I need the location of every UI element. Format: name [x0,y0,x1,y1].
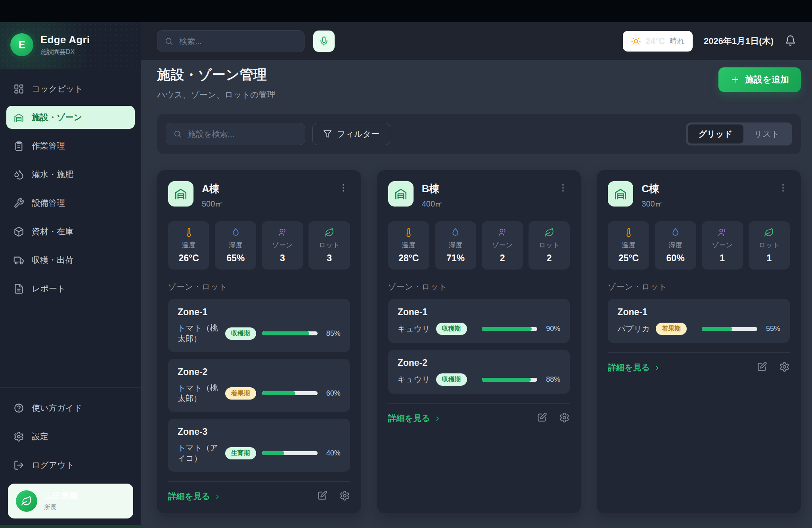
stat-label: 湿度 [229,241,242,250]
details-link-label: 詳細を見る [608,362,650,373]
sidebar-footer-item[interactable]: 設定 [6,425,135,448]
weather-chip[interactable]: 24°C 晴れ [623,31,693,52]
app-shell: E Edge Agri 施設園芸DX コックピット施設・ゾーン作業管理灌水・施肥… [0,22,812,528]
sidebar-item[interactable]: コックピット [6,77,135,100]
sidebar-item[interactable]: レポート [6,277,135,300]
facility-settings-button[interactable] [559,412,570,424]
clipboard-icon [13,141,24,151]
progress-percent: 55% [762,325,780,333]
thermometer-icon [184,228,194,237]
facility-title-block: C棟300㎡ [642,181,663,209]
facility-name: A棟 [202,182,223,196]
facility-stats: 温度26°C湿度65%ゾーン3ロット3 [168,221,350,270]
facility-settings-button[interactable] [779,362,790,373]
zone-detail-row: トマト（アイコ）生育期40% [178,442,341,464]
details-link-label: 詳細を見る [388,413,430,424]
facility-menu-button[interactable] [337,181,350,196]
zone-item[interactable]: Zone-1キュウリ収穫期90% [388,299,570,343]
facility-icon-tile [608,181,633,207]
droplet-icon [231,228,241,237]
growth-stage-badge: 着果期 [656,323,687,335]
stat-tile: 温度25°C [608,221,649,270]
facility-name: B棟 [422,182,443,196]
sidebar-footer-item[interactable]: ログアウト [6,453,135,476]
user-chip[interactable]: 山田農園 所長 [8,484,133,518]
zone-crop: トマト（桃太郎） [178,323,219,344]
page-head: 施設・ゾーン管理 ハウス、ゾーン、ロットの管理 施設を追加 [157,66,801,100]
facility-card: A棟500㎡温度26°C湿度65%ゾーン3ロット3ゾーン・ロットZone-1トマ… [157,170,361,513]
chevron-right-icon [214,493,221,501]
microphone-icon [319,36,329,46]
details-link[interactable]: 詳細を見る [608,362,661,373]
app-name: Edge Agri [40,34,90,46]
facility-settings-button[interactable] [339,490,350,502]
zone-item[interactable]: Zone-1パプリカ着果期55% [608,299,790,343]
growth-stage-badge: 着果期 [225,387,256,400]
facility-menu-button[interactable] [776,181,790,196]
users-icon [278,228,287,237]
zone-item[interactable]: Zone-1トマト（桃太郎）収穫期85% [168,299,350,352]
users-icon [717,228,727,237]
sidebar-footer-nav: 使い方ガイド設定ログアウト [0,387,141,476]
notifications-button[interactable] [785,35,796,48]
progress-percent: 88% [542,375,560,384]
chevron-right-icon [434,415,441,423]
edit-facility-button[interactable] [536,412,547,424]
details-link[interactable]: 詳細を見る [168,491,221,502]
sidebar-item[interactable]: 設備管理 [6,191,135,214]
sidebar-nav: コックピット施設・ゾーン作業管理灌水・施肥設備管理資材・在庫収穫・出荷レポート [0,69,141,300]
sidebar-item[interactable]: 作業管理 [6,134,135,157]
stat-label: ロット [759,241,779,250]
facility-menu-button[interactable] [556,181,570,196]
progress-track [482,378,537,382]
details-link[interactable]: 詳細を見る [388,413,441,424]
chevron-right-icon [653,364,661,372]
sidebar-item[interactable]: 施設・ゾーン [6,106,135,129]
facility-stats: 温度28°C湿度71%ゾーン2ロット2 [388,221,570,270]
facility-toolbar: フィルター グリッド リスト [157,114,801,154]
edit-facility-button[interactable] [317,490,327,502]
users-icon [498,228,508,237]
sidebar-item[interactable]: 灌水・施肥 [6,163,135,186]
sidebar-item-label: コックピット [32,83,83,94]
stat-value: 3 [327,253,332,264]
sidebar-footer-item-label: 設定 [32,431,48,442]
page-subtitle: ハウス、ゾーン、ロットの管理 [157,89,275,100]
stat-tile: 湿度71% [435,221,476,270]
global-search-input[interactable] [178,36,297,46]
sidebar-item-label: 作業管理 [32,140,65,151]
sidebar-item[interactable]: 収穫・出荷 [6,249,135,272]
zone-item[interactable]: Zone-2キュウリ収穫期88% [388,350,570,394]
sidebar-item-label: 資材・在庫 [32,226,73,237]
facility-search-input[interactable] [187,129,298,139]
sidebar-footer-item[interactable]: 使い方ガイド [6,396,135,419]
sidebar-item[interactable]: 資材・在庫 [6,220,135,243]
view-toggle-grid[interactable]: グリッド [688,124,743,143]
search-icon [165,37,173,46]
edit-facility-button[interactable] [756,362,767,373]
truck-icon [13,255,24,266]
sidebar-item-label: 収穫・出荷 [32,254,73,266]
zone-item[interactable]: Zone-3トマト（アイコ）生育期40% [168,419,350,472]
facility-icon-tile [168,181,193,207]
stat-label: ゾーン [272,241,293,250]
growth-stage-badge: 収穫期 [436,373,467,386]
view-toggle-list[interactable]: リスト [743,124,790,143]
zone-progress: 85% [262,329,341,338]
zone-name: Zone-3 [178,427,341,437]
facility-title-block: A棟500㎡ [202,181,223,209]
add-facility-button[interactable]: 施設を追加 [718,67,801,92]
zone-crop: トマト（桃太郎） [178,383,219,404]
thermometer-icon [624,228,634,237]
stat-label: 温度 [622,241,635,250]
sidebar-item-label: 施設・ゾーン [32,112,82,123]
stat-value: 2 [500,253,505,264]
filter-button[interactable]: フィルター [312,123,390,145]
zone-item[interactable]: Zone-2トマト（桃太郎）着果期60% [168,359,350,412]
stat-value: 1 [720,253,725,264]
dashboard-icon [13,84,24,94]
facility-actions [756,362,790,373]
stat-label: ロット [319,241,339,250]
voice-search-button[interactable] [313,31,335,52]
facility-stats: 温度25°C湿度60%ゾーン1ロット1 [608,221,790,270]
